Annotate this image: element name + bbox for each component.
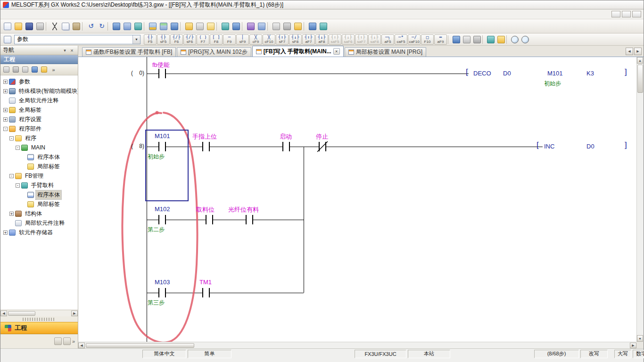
new-button[interactable] bbox=[2, 21, 13, 32]
ladder-symbol-button[interactable]: ┤↑├ saF7 bbox=[355, 34, 368, 45]
separator[interactable] bbox=[216, 21, 220, 32]
ladder-symbol-button[interactable]: ═ aF9 bbox=[434, 34, 447, 45]
zoom-button[interactable] bbox=[520, 34, 530, 45]
target-select-combo[interactable]: 参数 bbox=[14, 35, 140, 44]
tree-expander[interactable]: + bbox=[3, 80, 8, 84]
compile-all-button[interactable] bbox=[122, 21, 132, 32]
ladder-symbol-button[interactable]: ╳ cF10 bbox=[263, 34, 275, 45]
save-button[interactable] bbox=[24, 21, 34, 32]
menu-item[interactable] bbox=[2, 13, 10, 15]
ladder-symbol-button[interactable]: [ ] F8 bbox=[210, 34, 223, 45]
minimize-button[interactable] bbox=[604, 1, 616, 8]
tree-expander[interactable]: - bbox=[3, 127, 8, 131]
scroll-left-icon[interactable] bbox=[0, 311, 7, 316]
nav-more-button[interactable] bbox=[49, 65, 58, 74]
note-button[interactable] bbox=[282, 21, 292, 32]
tree-expander[interactable]: + bbox=[3, 230, 8, 235]
undo-button[interactable] bbox=[86, 21, 96, 32]
ladder-symbol-button[interactable]: □ F10 bbox=[421, 34, 434, 45]
separator[interactable] bbox=[448, 34, 451, 45]
tab-fb-label-setting[interactable]: 函数/FB标签设置 手臂取料 [FB] bbox=[82, 47, 176, 57]
read-from-plc-button[interactable] bbox=[158, 21, 169, 32]
open-button[interactable] bbox=[13, 21, 24, 32]
chevron-down-icon[interactable] bbox=[132, 35, 140, 44]
horizontal-scrollbar[interactable] bbox=[78, 342, 636, 348]
tree-item-fb-management[interactable]: - FB管理 bbox=[0, 171, 78, 181]
program-check-button[interactable] bbox=[133, 21, 143, 32]
scrollbar-thumb[interactable] bbox=[637, 65, 643, 93]
device-display-button[interactable] bbox=[486, 34, 496, 45]
tree-item-global-label[interactable]: + 全局标签 bbox=[0, 105, 78, 115]
tree-expander[interactable]: + bbox=[3, 89, 8, 93]
copy-button[interactable] bbox=[60, 21, 71, 32]
tree-item-structure[interactable]: + 结构体 bbox=[0, 209, 78, 218]
ladder-symbol-button[interactable]: │ sF9 bbox=[236, 34, 249, 45]
tree-item-global-comment[interactable]: 全局软元件注释 bbox=[0, 96, 78, 105]
tree-item-program[interactable]: - 程序 bbox=[0, 133, 78, 143]
paste-button[interactable] bbox=[71, 21, 82, 32]
menu-item[interactable] bbox=[33, 13, 40, 15]
tree-item-parameter[interactable]: + 参数 bbox=[0, 77, 78, 86]
device-list-button[interactable] bbox=[318, 21, 329, 32]
user-library-button[interactable] bbox=[54, 337, 62, 345]
menu-item[interactable] bbox=[40, 13, 48, 15]
tree-item-fb-arm-pick[interactable]: - 手臂取料 bbox=[0, 181, 78, 190]
scroll-right-icon[interactable] bbox=[71, 311, 78, 316]
scroll-down-icon[interactable] bbox=[637, 335, 643, 342]
project-view-button[interactable]: 工程 bbox=[0, 322, 78, 334]
tree-item-pou[interactable]: - 程序部件 bbox=[0, 124, 78, 133]
separator[interactable] bbox=[506, 34, 510, 45]
tab-scroll-right-icon[interactable] bbox=[634, 48, 642, 55]
device-comment-button[interactable] bbox=[293, 21, 303, 32]
ladder-symbol-button[interactable]: ┤↓├ aF8 bbox=[315, 34, 328, 45]
tree-expander[interactable]: + bbox=[3, 117, 8, 122]
scroll-left-icon[interactable] bbox=[78, 343, 85, 348]
nav-info-button[interactable] bbox=[30, 65, 39, 74]
separator[interactable] bbox=[304, 21, 307, 32]
menu-item[interactable] bbox=[63, 13, 70, 15]
ladder-symbol-button[interactable]: ┤├ F5 bbox=[144, 34, 157, 45]
monitor-stop-button[interactable] bbox=[195, 21, 205, 32]
tree-expander[interactable]: - bbox=[9, 136, 14, 140]
monitor-start-button[interactable] bbox=[184, 21, 194, 32]
tree-item-program-setting[interactable]: + 程序设置 bbox=[0, 115, 78, 124]
comment-display-button[interactable] bbox=[496, 34, 506, 45]
verify-with-plc-button[interactable] bbox=[169, 21, 180, 32]
tab-local-label-main[interactable]: 局部标签设置 MAIN [PRG] bbox=[345, 47, 426, 57]
separator[interactable] bbox=[46, 21, 49, 32]
tree-expander[interactable]: + bbox=[9, 212, 14, 216]
ladder-symbol-button[interactable]: ( ) F7 bbox=[197, 34, 209, 45]
tree-expander[interactable]: - bbox=[16, 183, 20, 188]
menu-item[interactable] bbox=[10, 13, 17, 15]
ladder-symbol-button[interactable]: ┤↓├ sF8 bbox=[289, 34, 302, 45]
ladder-symbol-button[interactable]: ─┐ aF5 bbox=[381, 34, 394, 45]
sampling-trace-button[interactable] bbox=[256, 21, 267, 32]
scrollbar-thumb[interactable] bbox=[8, 311, 35, 316]
connection-destination-button[interactable] bbox=[63, 337, 71, 345]
ladder-symbol-button[interactable]: ┤↑├ saF5 bbox=[329, 34, 341, 45]
separator[interactable] bbox=[242, 21, 245, 32]
ladder-symbol-button[interactable]: ┤↑├ sF7 bbox=[276, 34, 289, 45]
menu-item[interactable] bbox=[70, 13, 78, 15]
cross-reference-button[interactable] bbox=[307, 21, 318, 32]
ladder-symbol-button[interactable]: ┤↓├ saF8 bbox=[368, 34, 381, 45]
ladder-symbol-button[interactable]: ╳ cF9 bbox=[249, 34, 262, 45]
menu-item[interactable] bbox=[25, 13, 33, 15]
maximize-button[interactable] bbox=[617, 1, 628, 8]
redo-button[interactable] bbox=[97, 21, 107, 32]
statement-button[interactable] bbox=[271, 21, 281, 32]
find-button[interactable] bbox=[510, 34, 520, 45]
menu-item[interactable] bbox=[17, 13, 25, 15]
ladder-editor-canvas[interactable]: ( 0) fb使能 [ DECO D0 M101 K3 ] 初始步 ( 8) M… bbox=[78, 57, 636, 342]
tree-item-intelligent-module[interactable]: + 特殊模块(智能功能模块) bbox=[0, 86, 78, 96]
tab-fb-body[interactable]: [FB]写入 手臂取料(MAIN... × bbox=[252, 46, 344, 57]
tree-item-fb-local-label[interactable]: 局部标签 bbox=[0, 199, 78, 209]
scroll-right-icon[interactable] bbox=[630, 343, 636, 348]
mdi-close-button[interactable] bbox=[632, 11, 641, 17]
tab-scroll-left-icon[interactable] bbox=[626, 48, 633, 55]
edit-mode-button[interactable] bbox=[462, 34, 472, 45]
ladder-symbol-button[interactable]: ┤↓├ saF6 bbox=[342, 34, 355, 45]
watch-window-button[interactable] bbox=[220, 21, 231, 32]
tree-item-fb-body[interactable]: 程序本体 bbox=[0, 190, 78, 199]
close-icon[interactable] bbox=[68, 48, 75, 53]
